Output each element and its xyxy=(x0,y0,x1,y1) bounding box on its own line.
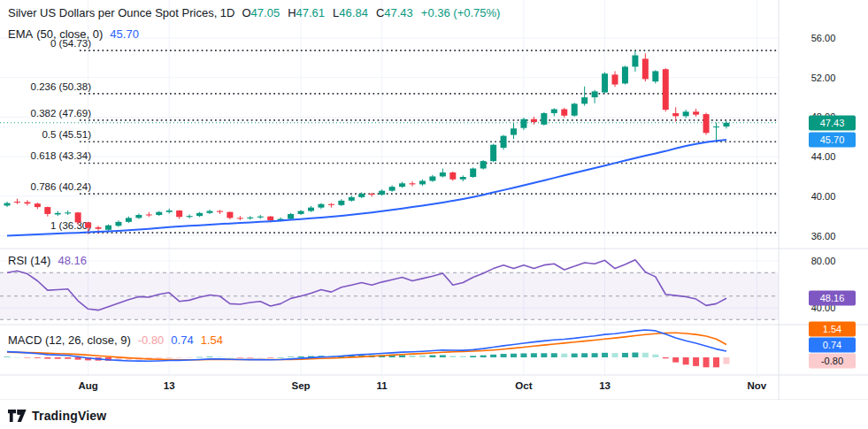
symbol-legend[interactable]: Silver US Dollars per Ounce Spot Prices,… xyxy=(8,6,500,20)
macd-value-badge: 1.54 xyxy=(809,321,856,336)
time-axis-label: 13 xyxy=(164,380,175,391)
ema-value-badge: 45.70 xyxy=(809,133,856,148)
current-price-badge: 47.43 xyxy=(809,115,856,130)
time-axis-label: Aug xyxy=(78,380,97,391)
macd-name: MACD (12, 26, close, 9) xyxy=(8,333,131,348)
ohlc-high: H47.61 xyxy=(288,6,325,20)
time-axis-label: Nov xyxy=(747,380,766,391)
time-axis-label: 13 xyxy=(599,380,611,391)
macd-value-badge: -0.80 xyxy=(809,353,856,368)
fib-level-label: 0.236 (50.38) xyxy=(31,81,92,92)
price-axis-label: 56.00 xyxy=(779,33,868,43)
ema-name: EMA xyxy=(8,27,33,42)
price-axis-label: 36.00 xyxy=(779,231,868,241)
rsi-indicator-legend[interactable]: RSI (14) 48.16 xyxy=(8,254,87,268)
ema-params: (50, close, 0) xyxy=(36,27,103,42)
time-axis-label: Sep xyxy=(292,380,311,391)
time-scale[interactable]: Aug13Sep11Oct13Nov xyxy=(0,375,779,400)
macd-value-badge: 0.74 xyxy=(809,337,856,352)
rsi-value-badge: 48.16 xyxy=(809,291,856,306)
fib-level-label: 0.382 (47.69) xyxy=(31,108,92,119)
price-axis-label: 40.00 xyxy=(779,191,868,202)
footer-branding: TradingView xyxy=(8,406,106,425)
macd-hist-value: -0.80 xyxy=(138,333,165,348)
ema-line xyxy=(7,140,726,235)
rsi-axis-label: 80.00 xyxy=(779,256,868,266)
fib-level-label: 0.618 (43.34) xyxy=(31,150,92,161)
price-change: +0.36 (+0.75%) xyxy=(421,6,501,20)
ohlc-close: C47.43 xyxy=(376,6,413,20)
macd-indicator-legend[interactable]: MACD (12, 26, close, 9) -0.80 0.74 1.54 xyxy=(8,333,223,348)
price-axis-label: 52.00 xyxy=(779,73,868,83)
rsi-name: RSI (14) xyxy=(8,254,50,268)
tradingview-logo-icon[interactable] xyxy=(8,410,27,423)
fib-level-label: 0.5 (45.51) xyxy=(42,129,91,140)
time-axis-label: 11 xyxy=(377,380,388,391)
candlestick-series xyxy=(4,51,730,234)
price-axis-label: 44.00 xyxy=(779,151,868,162)
fib-level-label: 0.786 (40.24) xyxy=(31,181,92,192)
macd-line-value: 0.74 xyxy=(171,333,193,348)
symbol-title: Silver US Dollars per Ounce Spot Prices,… xyxy=(8,6,234,20)
ohlc-open: O47.05 xyxy=(242,6,280,20)
ema-value: 45.70 xyxy=(110,27,139,42)
rsi-value: 48.16 xyxy=(58,254,87,268)
tradingview-chart-window: 0 (54.73)0.236 (50.38)0.382 (47.69)0.5 (… xyxy=(0,0,868,429)
ema-indicator-legend[interactable]: EMA (50, close, 0) 45.70 xyxy=(8,27,139,42)
macd-signal-value: 1.54 xyxy=(201,333,223,348)
ohlc-low: L46.84 xyxy=(333,6,368,20)
tradingview-brand-text[interactable]: TradingView xyxy=(32,409,106,423)
time-axis-label: Oct xyxy=(515,380,532,391)
price-scale[interactable]: 56.0052.0048.0044.0040.0036.0080.0040.00… xyxy=(779,0,868,400)
